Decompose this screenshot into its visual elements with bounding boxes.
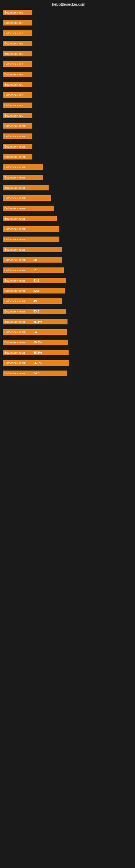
chart-row: Bottleneck result53.5 — [3, 278, 132, 283]
row-bar: 49 — [32, 299, 62, 304]
row-bar — [32, 206, 54, 211]
chart-container: Bottleneck resBottleneck resBottleneck r… — [0, 9, 135, 380]
site-title: TheBottlenecker.com — [50, 2, 85, 6]
chart-row: Bottleneck result — [3, 154, 132, 159]
row-label: Bottleneck result — [3, 268, 32, 273]
chart-row: Bottleneck result — [3, 237, 132, 242]
row-label: Bottleneck result — [3, 299, 32, 304]
row-bar — [32, 175, 43, 180]
row-bar — [32, 226, 59, 231]
row-label: Bottleneck res — [3, 20, 32, 26]
row-label: Bottleneck res — [3, 72, 32, 77]
row-label: Bottleneck result — [3, 123, 32, 129]
row-bar — [32, 195, 51, 201]
row-bar: 53.3 — [32, 309, 66, 314]
row-label: Bottleneck result — [3, 206, 32, 211]
chart-row: Bottleneck result54.5 — [3, 329, 132, 335]
row-label: Bottleneck result — [3, 237, 32, 242]
row-bar — [32, 164, 43, 170]
chart-row: Bottleneck result — [3, 133, 132, 139]
row-value: 56.3% — [34, 361, 42, 365]
chart-row: Bottleneck result55.4% — [3, 340, 132, 345]
chart-row: Bottleneck res — [3, 30, 132, 36]
row-bar: 55.8% — [32, 350, 69, 355]
chart-row: Bottleneck res — [3, 41, 132, 46]
row-value: 54.3 — [34, 372, 39, 375]
row-label: Bottleneck result — [3, 350, 32, 355]
chart-row: Bottleneck result53.3 — [3, 309, 132, 314]
chart-row: Bottleneck res — [3, 82, 132, 87]
chart-row: Bottleneck result — [3, 195, 132, 201]
row-label: Bottleneck result — [3, 216, 32, 221]
row-bar — [32, 247, 62, 252]
row-label: Bottleneck result — [3, 247, 32, 252]
chart-row: Bottleneck result50 — [3, 257, 132, 262]
row-bar: 50 — [32, 257, 62, 262]
row-label: Bottleneck res — [3, 10, 32, 15]
row-label: Bottleneck res — [3, 41, 32, 46]
chart-row: Bottleneck res — [3, 113, 132, 118]
chart-row: Bottleneck result49 — [3, 299, 132, 304]
chart-row: Bottleneck result — [3, 144, 132, 149]
chart-row: Bottleneck res — [3, 92, 132, 98]
row-bar — [32, 185, 49, 190]
chart-row: Bottleneck result55.1% — [3, 319, 132, 324]
row-bar — [32, 216, 57, 221]
chart-row: Bottleneck result — [3, 216, 132, 221]
row-label: Bottleneck result — [3, 154, 32, 159]
chart-row: Bottleneck result52% — [3, 288, 132, 293]
row-label: Bottleneck result — [3, 185, 32, 190]
row-bar: 51. — [32, 268, 64, 273]
chart-row: Bottleneck res — [3, 102, 132, 108]
chart-row: Bottleneck result55.8% — [3, 350, 132, 355]
row-label: Bottleneck result — [3, 309, 32, 314]
row-label: Bottleneck result — [3, 175, 32, 180]
chart-row: Bottleneck result54.3 — [3, 371, 132, 376]
row-label: Bottleneck res — [3, 102, 32, 108]
row-label: Bottleneck res — [3, 82, 32, 87]
row-value: 49 — [34, 300, 37, 303]
chart-row: Bottleneck res — [3, 61, 132, 67]
row-label: Bottleneck result — [3, 226, 32, 231]
row-bar: 52% — [32, 288, 65, 293]
row-value: 55.1% — [34, 320, 42, 323]
chart-row: Bottleneck res — [3, 20, 132, 26]
row-label: Bottleneck result — [3, 371, 32, 376]
row-label: Bottleneck res — [3, 51, 32, 56]
row-value: 53.3 — [34, 310, 39, 313]
row-label: Bottleneck res — [3, 113, 32, 118]
row-label: Bottleneck result — [3, 164, 32, 170]
row-label: Bottleneck res — [3, 61, 32, 67]
header: TheBottlenecker.com — [0, 0, 135, 9]
row-label: Bottleneck result — [3, 144, 32, 149]
row-bar: 53.5 — [32, 278, 66, 283]
chart-row: Bottleneck result — [3, 185, 132, 190]
row-label: Bottleneck result — [3, 360, 32, 366]
row-bar: 55.4% — [32, 340, 68, 345]
row-value: 53.5 — [34, 279, 39, 282]
row-value: 55.8% — [34, 351, 42, 354]
row-label: Bottleneck result — [3, 329, 32, 335]
chart-row: Bottleneck res — [3, 72, 132, 77]
row-bar: 54.5 — [32, 329, 67, 335]
chart-row: Bottleneck result — [3, 175, 132, 180]
chart-row: Bottleneck result — [3, 123, 132, 129]
row-value: 52% — [34, 289, 39, 292]
chart-row: Bottleneck result — [3, 226, 132, 231]
row-label: Bottleneck res — [3, 92, 32, 98]
row-bar — [32, 237, 59, 242]
row-value: 51. — [34, 269, 38, 272]
row-bar: 54.3 — [32, 371, 67, 376]
chart-row: Bottleneck result51. — [3, 268, 132, 273]
row-label: Bottleneck result — [3, 257, 32, 262]
chart-row: Bottleneck result — [3, 247, 132, 252]
row-bar: 55.1% — [32, 319, 68, 324]
chart-row: Bottleneck result — [3, 206, 132, 211]
chart-row: Bottleneck res — [3, 10, 132, 15]
row-label: Bottleneck result — [3, 195, 32, 201]
row-label: Bottleneck result — [3, 340, 32, 345]
row-value: 55.4% — [34, 341, 42, 344]
row-label: Bottleneck result — [3, 288, 32, 293]
row-label: Bottleneck result — [3, 278, 32, 283]
row-bar: 56.3% — [32, 360, 69, 366]
